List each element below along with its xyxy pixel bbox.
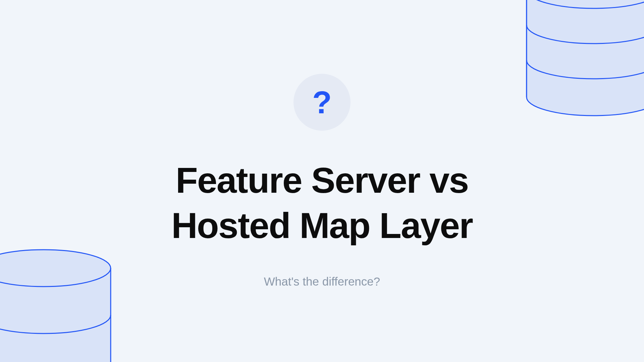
- title-line-2: Hosted Map Layer: [171, 205, 473, 246]
- title-line-1: Feature Server vs: [176, 160, 469, 200]
- question-mark-icon: ?: [312, 86, 332, 118]
- page-subtitle: What's the difference?: [0, 275, 644, 288]
- page-title: Feature Server vs Hosted Map Layer: [0, 158, 644, 248]
- question-icon-badge: ?: [293, 74, 351, 131]
- main-content: ? Feature Server vs Hosted Map Layer Wha…: [0, 74, 644, 288]
